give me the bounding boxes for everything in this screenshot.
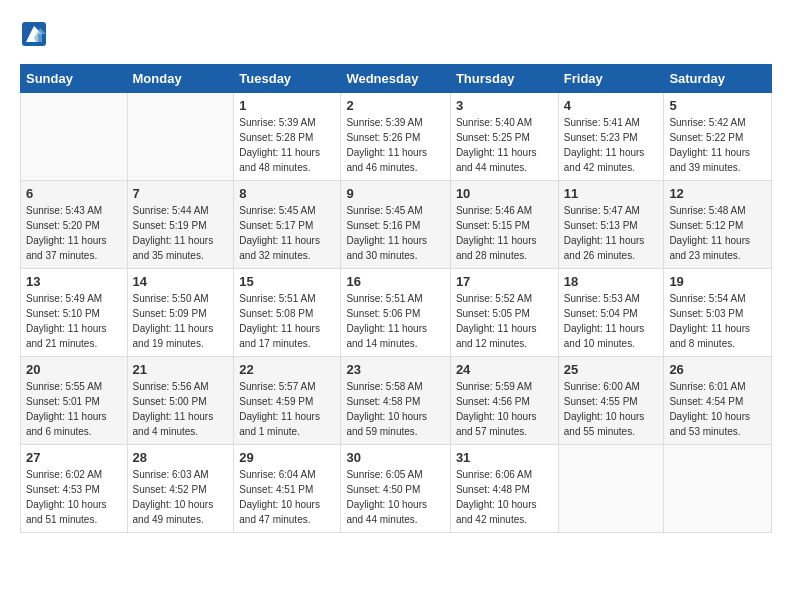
day-number: 16 (346, 274, 444, 289)
day-info: Sunrise: 5:54 AM Sunset: 5:03 PM Dayligh… (669, 291, 766, 351)
day-info: Sunrise: 5:41 AM Sunset: 5:23 PM Dayligh… (564, 115, 659, 175)
day-info: Sunrise: 5:51 AM Sunset: 5:08 PM Dayligh… (239, 291, 335, 351)
calendar-cell (664, 445, 772, 533)
day-info: Sunrise: 6:03 AM Sunset: 4:52 PM Dayligh… (133, 467, 229, 527)
calendar-week-row: 1Sunrise: 5:39 AM Sunset: 5:28 PM Daylig… (21, 93, 772, 181)
logo (20, 20, 52, 48)
day-number: 17 (456, 274, 553, 289)
day-number: 8 (239, 186, 335, 201)
calendar-cell: 5Sunrise: 5:42 AM Sunset: 5:22 PM Daylig… (664, 93, 772, 181)
day-info: Sunrise: 5:58 AM Sunset: 4:58 PM Dayligh… (346, 379, 444, 439)
day-number: 18 (564, 274, 659, 289)
column-header-tuesday: Tuesday (234, 65, 341, 93)
day-info: Sunrise: 5:40 AM Sunset: 5:25 PM Dayligh… (456, 115, 553, 175)
calendar-cell: 7Sunrise: 5:44 AM Sunset: 5:19 PM Daylig… (127, 181, 234, 269)
day-info: Sunrise: 6:05 AM Sunset: 4:50 PM Dayligh… (346, 467, 444, 527)
day-number: 21 (133, 362, 229, 377)
day-info: Sunrise: 6:04 AM Sunset: 4:51 PM Dayligh… (239, 467, 335, 527)
calendar-cell: 16Sunrise: 5:51 AM Sunset: 5:06 PM Dayli… (341, 269, 450, 357)
day-number: 29 (239, 450, 335, 465)
day-number: 5 (669, 98, 766, 113)
day-info: Sunrise: 5:53 AM Sunset: 5:04 PM Dayligh… (564, 291, 659, 351)
calendar-week-row: 13Sunrise: 5:49 AM Sunset: 5:10 PM Dayli… (21, 269, 772, 357)
day-number: 30 (346, 450, 444, 465)
day-number: 2 (346, 98, 444, 113)
day-number: 25 (564, 362, 659, 377)
calendar-cell: 1Sunrise: 5:39 AM Sunset: 5:28 PM Daylig… (234, 93, 341, 181)
calendar-cell: 2Sunrise: 5:39 AM Sunset: 5:26 PM Daylig… (341, 93, 450, 181)
calendar-cell: 17Sunrise: 5:52 AM Sunset: 5:05 PM Dayli… (450, 269, 558, 357)
calendar-table: SundayMondayTuesdayWednesdayThursdayFrid… (20, 64, 772, 533)
logo-icon (20, 20, 48, 48)
calendar-cell: 21Sunrise: 5:56 AM Sunset: 5:00 PM Dayli… (127, 357, 234, 445)
day-number: 31 (456, 450, 553, 465)
calendar-cell: 4Sunrise: 5:41 AM Sunset: 5:23 PM Daylig… (558, 93, 664, 181)
day-info: Sunrise: 5:42 AM Sunset: 5:22 PM Dayligh… (669, 115, 766, 175)
day-info: Sunrise: 5:55 AM Sunset: 5:01 PM Dayligh… (26, 379, 122, 439)
calendar-cell: 12Sunrise: 5:48 AM Sunset: 5:12 PM Dayli… (664, 181, 772, 269)
day-info: Sunrise: 6:01 AM Sunset: 4:54 PM Dayligh… (669, 379, 766, 439)
calendar-week-row: 27Sunrise: 6:02 AM Sunset: 4:53 PM Dayli… (21, 445, 772, 533)
calendar-cell: 20Sunrise: 5:55 AM Sunset: 5:01 PM Dayli… (21, 357, 128, 445)
calendar-header-row: SundayMondayTuesdayWednesdayThursdayFrid… (21, 65, 772, 93)
calendar-cell (127, 93, 234, 181)
calendar-cell: 29Sunrise: 6:04 AM Sunset: 4:51 PM Dayli… (234, 445, 341, 533)
calendar-cell: 23Sunrise: 5:58 AM Sunset: 4:58 PM Dayli… (341, 357, 450, 445)
day-info: Sunrise: 5:56 AM Sunset: 5:00 PM Dayligh… (133, 379, 229, 439)
day-number: 23 (346, 362, 444, 377)
day-number: 22 (239, 362, 335, 377)
day-info: Sunrise: 5:45 AM Sunset: 5:17 PM Dayligh… (239, 203, 335, 263)
day-number: 12 (669, 186, 766, 201)
calendar-cell: 18Sunrise: 5:53 AM Sunset: 5:04 PM Dayli… (558, 269, 664, 357)
day-number: 15 (239, 274, 335, 289)
calendar-cell: 22Sunrise: 5:57 AM Sunset: 4:59 PM Dayli… (234, 357, 341, 445)
calendar-cell (21, 93, 128, 181)
day-info: Sunrise: 5:47 AM Sunset: 5:13 PM Dayligh… (564, 203, 659, 263)
day-number: 19 (669, 274, 766, 289)
calendar-cell: 9Sunrise: 5:45 AM Sunset: 5:16 PM Daylig… (341, 181, 450, 269)
day-info: Sunrise: 5:45 AM Sunset: 5:16 PM Dayligh… (346, 203, 444, 263)
day-number: 1 (239, 98, 335, 113)
day-info: Sunrise: 5:46 AM Sunset: 5:15 PM Dayligh… (456, 203, 553, 263)
day-info: Sunrise: 6:02 AM Sunset: 4:53 PM Dayligh… (26, 467, 122, 527)
day-info: Sunrise: 5:52 AM Sunset: 5:05 PM Dayligh… (456, 291, 553, 351)
day-info: Sunrise: 5:51 AM Sunset: 5:06 PM Dayligh… (346, 291, 444, 351)
calendar-cell: 28Sunrise: 6:03 AM Sunset: 4:52 PM Dayli… (127, 445, 234, 533)
day-info: Sunrise: 5:57 AM Sunset: 4:59 PM Dayligh… (239, 379, 335, 439)
day-number: 3 (456, 98, 553, 113)
day-number: 4 (564, 98, 659, 113)
day-info: Sunrise: 5:59 AM Sunset: 4:56 PM Dayligh… (456, 379, 553, 439)
day-info: Sunrise: 6:00 AM Sunset: 4:55 PM Dayligh… (564, 379, 659, 439)
calendar-cell: 19Sunrise: 5:54 AM Sunset: 5:03 PM Dayli… (664, 269, 772, 357)
day-info: Sunrise: 5:50 AM Sunset: 5:09 PM Dayligh… (133, 291, 229, 351)
day-info: Sunrise: 5:48 AM Sunset: 5:12 PM Dayligh… (669, 203, 766, 263)
calendar-cell: 25Sunrise: 6:00 AM Sunset: 4:55 PM Dayli… (558, 357, 664, 445)
calendar-cell: 3Sunrise: 5:40 AM Sunset: 5:25 PM Daylig… (450, 93, 558, 181)
column-header-thursday: Thursday (450, 65, 558, 93)
calendar-cell: 26Sunrise: 6:01 AM Sunset: 4:54 PM Dayli… (664, 357, 772, 445)
day-number: 6 (26, 186, 122, 201)
column-header-wednesday: Wednesday (341, 65, 450, 93)
calendar-cell: 6Sunrise: 5:43 AM Sunset: 5:20 PM Daylig… (21, 181, 128, 269)
calendar-cell: 11Sunrise: 5:47 AM Sunset: 5:13 PM Dayli… (558, 181, 664, 269)
calendar-cell: 10Sunrise: 5:46 AM Sunset: 5:15 PM Dayli… (450, 181, 558, 269)
day-info: Sunrise: 6:06 AM Sunset: 4:48 PM Dayligh… (456, 467, 553, 527)
day-number: 9 (346, 186, 444, 201)
calendar-cell: 27Sunrise: 6:02 AM Sunset: 4:53 PM Dayli… (21, 445, 128, 533)
day-number: 27 (26, 450, 122, 465)
calendar-cell: 8Sunrise: 5:45 AM Sunset: 5:17 PM Daylig… (234, 181, 341, 269)
day-info: Sunrise: 5:43 AM Sunset: 5:20 PM Dayligh… (26, 203, 122, 263)
calendar-cell (558, 445, 664, 533)
calendar-cell: 15Sunrise: 5:51 AM Sunset: 5:08 PM Dayli… (234, 269, 341, 357)
day-info: Sunrise: 5:49 AM Sunset: 5:10 PM Dayligh… (26, 291, 122, 351)
day-number: 14 (133, 274, 229, 289)
day-info: Sunrise: 5:39 AM Sunset: 5:28 PM Dayligh… (239, 115, 335, 175)
page-header (20, 20, 772, 48)
calendar-week-row: 6Sunrise: 5:43 AM Sunset: 5:20 PM Daylig… (21, 181, 772, 269)
column-header-saturday: Saturday (664, 65, 772, 93)
calendar-cell: 30Sunrise: 6:05 AM Sunset: 4:50 PM Dayli… (341, 445, 450, 533)
day-number: 7 (133, 186, 229, 201)
day-info: Sunrise: 5:39 AM Sunset: 5:26 PM Dayligh… (346, 115, 444, 175)
day-number: 10 (456, 186, 553, 201)
calendar-cell: 14Sunrise: 5:50 AM Sunset: 5:09 PM Dayli… (127, 269, 234, 357)
